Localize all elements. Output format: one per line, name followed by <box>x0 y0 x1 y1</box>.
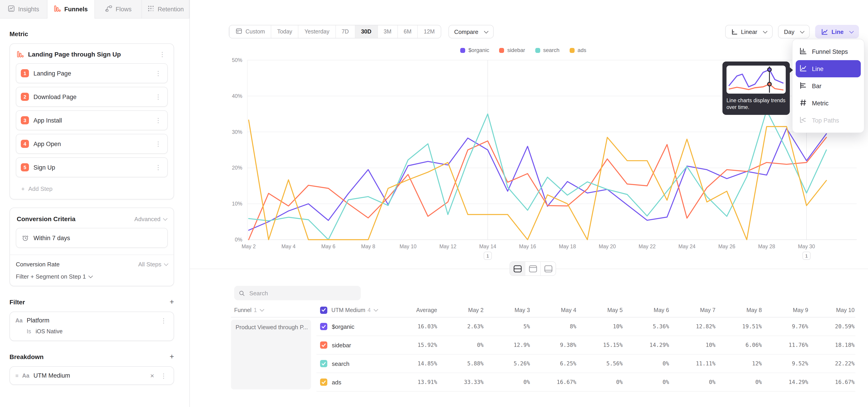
kebab-menu-icon[interactable]: ⋮ <box>154 94 163 100</box>
add-breakdown-button[interactable]: + <box>169 353 174 361</box>
report-tab[interactable]: Flows <box>95 0 142 18</box>
line-chart: 0%10%20%30%40%50%May 2May 4May 6May 8May… <box>190 0 868 280</box>
kebab-menu-icon[interactable]: ⋮ <box>154 117 163 123</box>
row-checkbox[interactable] <box>320 378 327 386</box>
report-tab[interactable]: Retention <box>142 0 190 18</box>
conversion-window[interactable]: Within 7 days <box>16 228 168 248</box>
conversion-window-value: Within 7 days <box>33 234 70 241</box>
row-checkbox[interactable] <box>320 360 327 367</box>
legend-item-sidebar[interactable]: sidebar <box>499 47 525 53</box>
drag-handle-icon[interactable]: ≡ <box>16 372 18 379</box>
series-line-ads <box>249 120 827 240</box>
all-steps-dropdown[interactable]: All Steps <box>138 261 168 268</box>
advanced-dropdown[interactable]: Advanced <box>134 216 167 222</box>
clock-icon <box>22 234 29 242</box>
kebab-menu-icon[interactable]: ⋮ <box>158 51 167 57</box>
column-header[interactable]: May 5 <box>577 303 624 317</box>
y-axis-label: 30% <box>232 129 242 135</box>
table-cell: 12.9% <box>485 336 531 354</box>
column-header[interactable]: Average <box>392 303 438 317</box>
remove-breakdown-icon[interactable]: × <box>149 372 155 379</box>
add-filter-button[interactable]: + <box>169 298 174 306</box>
funnel-steps-list: 1 Landing Page ⋮ 2 Download Page ⋮ 3 <box>16 63 168 177</box>
bar-icon <box>799 82 807 90</box>
x-axis-label: May 22 <box>639 244 655 249</box>
report-tab[interactable]: Insights <box>0 0 48 18</box>
kebab-menu-icon[interactable]: ⋮ <box>159 317 168 323</box>
legend-swatch <box>499 48 504 53</box>
chart-type-menu-item: Top Paths <box>793 112 864 129</box>
chart-type-menu-item[interactable]: Line <box>796 60 861 77</box>
column-header[interactable]: May 2 <box>438 303 485 317</box>
column-header[interactable]: May 9 <box>763 303 809 317</box>
funnel-column-header[interactable]: Funnel 1 <box>231 303 316 317</box>
table-cell: 0% <box>716 373 763 392</box>
breakdown-column-header[interactable]: UTM Medium 4 <box>316 303 392 317</box>
kebab-menu-icon[interactable]: ⋮ <box>154 70 163 76</box>
search-input[interactable] <box>248 289 356 297</box>
table-cell: 16.67% <box>809 373 856 392</box>
legend-item-ads[interactable]: ads <box>569 47 586 53</box>
svg-text:1: 1 <box>805 253 808 258</box>
row-checkbox[interactable] <box>320 323 327 330</box>
chart-type-menu-item[interactable]: Funnel Steps <box>793 43 864 60</box>
row-checkbox[interactable] <box>320 341 327 349</box>
kebab-menu-icon[interactable]: ⋮ <box>154 140 163 147</box>
top-paths-icon <box>799 116 807 125</box>
report-tabs: Insights Funnels Flows Retention <box>0 0 189 19</box>
column-header[interactable]: May 7 <box>670 303 716 317</box>
series-name: $organic <box>332 323 354 330</box>
tab-label: Retention <box>158 6 184 12</box>
legend-item-$organic[interactable]: $organic <box>460 47 489 53</box>
legend-item-search[interactable]: search <box>535 47 559 53</box>
sidebar: Insights Funnels Flows Retention <box>0 0 190 407</box>
line-icon <box>799 64 807 73</box>
property-type-icon: Aa <box>22 372 29 379</box>
split-view-toggle[interactable] <box>510 262 525 275</box>
funnel-step[interactable]: 3 App Install ⋮ <box>16 111 168 130</box>
filter-property: Platform <box>27 317 155 324</box>
divider <box>10 255 174 255</box>
select-all-checkbox[interactable] <box>320 306 327 314</box>
column-header[interactable]: May 3 <box>485 303 531 317</box>
column-header[interactable]: May 6 <box>624 303 670 317</box>
table-cell: 6.06% <box>716 336 763 354</box>
filter-segment-dropdown[interactable]: Filter + Segment on Step 1 <box>16 273 92 280</box>
annotation-badge[interactable]: 1 <box>484 252 492 259</box>
chart-type-menu-item[interactable]: Bar <box>793 77 864 95</box>
funnel-step[interactable]: 5 Sign Up ⋮ <box>16 157 168 177</box>
filter-operator: Is <box>27 328 31 335</box>
add-step-button[interactable]: + Add Step <box>16 181 168 193</box>
table-cell: 5.36% <box>624 317 670 336</box>
tab-label: Insights <box>18 6 39 12</box>
annotation-badge[interactable]: 1 <box>803 252 810 259</box>
funnel-step[interactable]: 2 Download Page ⋮ <box>16 87 168 107</box>
retention-icon <box>147 5 154 13</box>
funnel-name-cell[interactable]: Product Viewed through P... <box>231 320 311 389</box>
row-label-sidebar: sidebar <box>316 336 392 354</box>
column-header[interactable]: May 10 <box>809 303 856 317</box>
series-name: search <box>332 360 349 367</box>
legend-swatch <box>569 48 575 53</box>
kebab-menu-icon[interactable]: ⋮ <box>154 164 163 170</box>
funnels-icon <box>54 5 61 13</box>
funnel-step[interactable]: 4 App Open ⋮ <box>16 134 168 154</box>
column-header[interactable]: May 8 <box>716 303 763 317</box>
kebab-menu-icon[interactable]: ⋮ <box>159 372 168 379</box>
table-cell: 5.56% <box>577 354 624 373</box>
table-cell: 22.22% <box>809 354 856 373</box>
legend-swatch <box>460 48 465 53</box>
chart-view-toggle[interactable] <box>525 262 540 275</box>
breakdown-card[interactable]: ≡ Aa UTM Medium × ⋮ <box>9 366 174 385</box>
filter-card[interactable]: Aa Platform ⋮ Is iOS Native <box>9 312 174 341</box>
funnel-step[interactable]: 1 Landing Page ⋮ <box>16 63 168 83</box>
chart-type-menu-item[interactable]: Metric <box>793 95 864 112</box>
column-header[interactable]: May 4 <box>531 303 577 317</box>
report-tab[interactable]: Funnels <box>48 0 95 19</box>
table-view-toggle[interactable] <box>540 262 556 275</box>
step-number-badge: 4 <box>21 140 29 148</box>
funnels-app: Insights Funnels Flows Retention <box>0 0 868 407</box>
x-axis-label: May 16 <box>519 244 536 249</box>
chevron-down-icon <box>88 274 93 278</box>
table-cell: 2.63% <box>438 317 485 336</box>
